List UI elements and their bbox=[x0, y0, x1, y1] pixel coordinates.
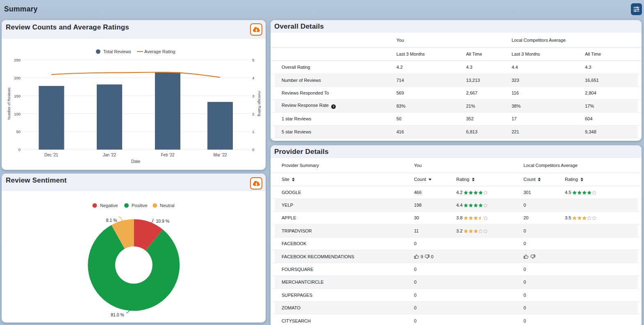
svg-text:2: 2 bbox=[252, 112, 254, 116]
svg-text:Average Rating: Average Rating bbox=[144, 49, 175, 54]
svg-text:150: 150 bbox=[14, 94, 20, 98]
svg-text:3: 3 bbox=[252, 94, 254, 98]
svg-text:Total Reviews: Total Reviews bbox=[103, 49, 131, 54]
svg-text:Date: Date bbox=[131, 159, 140, 164]
svg-text:Jan '22: Jan '22 bbox=[103, 153, 116, 157]
svg-text:Feb '22: Feb '22 bbox=[161, 153, 174, 157]
svg-text:Neutral: Neutral bbox=[160, 203, 174, 208]
svg-text:50: 50 bbox=[16, 129, 20, 134]
svg-text:1: 1 bbox=[252, 129, 254, 134]
svg-text:100: 100 bbox=[14, 112, 20, 116]
svg-text:Positive: Positive bbox=[132, 203, 148, 208]
svg-text:Dec '21: Dec '21 bbox=[44, 153, 58, 157]
svg-text:200: 200 bbox=[14, 76, 20, 80]
svg-text:10.9 %: 10.9 % bbox=[156, 219, 170, 223]
svg-text:8.1 %: 8.1 % bbox=[106, 218, 117, 223]
svg-text:Mar '22: Mar '22 bbox=[213, 153, 227, 157]
svg-text:81.0 %: 81.0 % bbox=[111, 312, 124, 317]
svg-text:Negative: Negative bbox=[100, 203, 118, 208]
svg-text:Average Rating: Average Rating bbox=[257, 91, 262, 116]
svg-text:4: 4 bbox=[252, 76, 254, 80]
svg-text:0: 0 bbox=[18, 147, 20, 152]
svg-text:5: 5 bbox=[252, 58, 254, 62]
svg-text:Number of Reviews: Number of Reviews bbox=[7, 87, 11, 120]
svg-text:250: 250 bbox=[14, 58, 20, 62]
svg-text:0: 0 bbox=[252, 147, 254, 152]
